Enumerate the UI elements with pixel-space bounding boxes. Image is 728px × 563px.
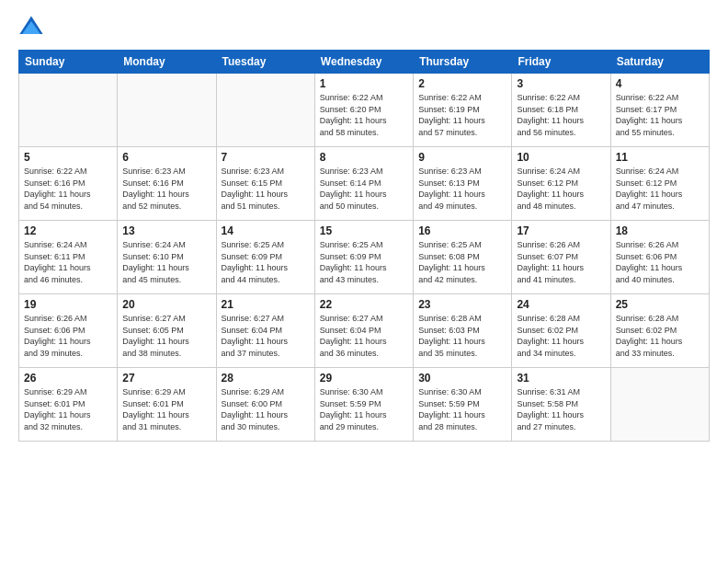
day-number: 5 bbox=[24, 151, 112, 164]
page: SundayMondayTuesdayWednesdayThursdayFrid… bbox=[0, 0, 728, 563]
calendar-header-sunday: Sunday bbox=[19, 51, 118, 74]
day-number: 27 bbox=[122, 372, 210, 385]
calendar-cell: 25Sunrise: 6:28 AMSunset: 6:02 PMDayligh… bbox=[610, 294, 709, 368]
calendar-week-0: 1Sunrise: 6:22 AMSunset: 6:20 PMDaylight… bbox=[19, 74, 710, 147]
calendar-cell: 8Sunrise: 6:23 AMSunset: 6:14 PMDaylight… bbox=[314, 147, 413, 221]
calendar-cell: 19Sunrise: 6:26 AMSunset: 6:06 PMDayligh… bbox=[19, 294, 118, 368]
calendar-week-1: 5Sunrise: 6:22 AMSunset: 6:16 PMDaylight… bbox=[19, 147, 710, 221]
calendar-cell: 5Sunrise: 6:22 AMSunset: 6:16 PMDaylight… bbox=[19, 147, 118, 221]
day-number: 20 bbox=[122, 298, 210, 311]
day-info: Sunrise: 6:30 AMSunset: 5:59 PMDaylight:… bbox=[320, 386, 408, 432]
calendar-cell: 18Sunrise: 6:26 AMSunset: 6:06 PMDayligh… bbox=[610, 221, 709, 294]
day-info: Sunrise: 6:24 AMSunset: 6:11 PMDaylight:… bbox=[24, 239, 112, 285]
day-number: 23 bbox=[418, 298, 506, 311]
calendar-cell: 31Sunrise: 6:31 AMSunset: 5:58 PMDayligh… bbox=[512, 368, 610, 442]
calendar-cell: 20Sunrise: 6:27 AMSunset: 6:05 PMDayligh… bbox=[118, 294, 216, 368]
calendar-cell: 9Sunrise: 6:23 AMSunset: 6:13 PMDaylight… bbox=[414, 147, 512, 221]
calendar-header-wednesday: Wednesday bbox=[314, 51, 413, 74]
calendar-header-row: SundayMondayTuesdayWednesdayThursdayFrid… bbox=[19, 51, 710, 74]
calendar-cell bbox=[216, 74, 314, 147]
calendar-cell: 28Sunrise: 6:29 AMSunset: 6:00 PMDayligh… bbox=[216, 368, 314, 442]
day-number: 12 bbox=[24, 224, 112, 237]
calendar-cell: 11Sunrise: 6:24 AMSunset: 6:12 PMDayligh… bbox=[610, 147, 709, 221]
day-info: Sunrise: 6:26 AMSunset: 6:06 PMDaylight:… bbox=[616, 239, 704, 285]
calendar-cell: 10Sunrise: 6:24 AMSunset: 6:12 PMDayligh… bbox=[512, 147, 610, 221]
day-info: Sunrise: 6:28 AMSunset: 6:03 PMDaylight:… bbox=[418, 313, 506, 359]
calendar-cell: 13Sunrise: 6:24 AMSunset: 6:10 PMDayligh… bbox=[118, 221, 216, 294]
day-number: 10 bbox=[517, 151, 605, 164]
day-number: 28 bbox=[222, 372, 310, 385]
day-info: Sunrise: 6:22 AMSunset: 6:19 PMDaylight:… bbox=[418, 92, 506, 138]
calendar-cell: 17Sunrise: 6:26 AMSunset: 6:07 PMDayligh… bbox=[512, 221, 610, 294]
calendar-cell bbox=[610, 368, 709, 442]
calendar-week-3: 19Sunrise: 6:26 AMSunset: 6:06 PMDayligh… bbox=[19, 294, 710, 368]
calendar-header-tuesday: Tuesday bbox=[216, 51, 314, 74]
day-number: 13 bbox=[122, 224, 210, 237]
calendar-header-friday: Friday bbox=[512, 51, 610, 74]
day-number: 17 bbox=[517, 224, 605, 237]
day-number: 9 bbox=[418, 151, 506, 164]
day-number: 7 bbox=[222, 151, 310, 164]
day-info: Sunrise: 6:27 AMSunset: 6:05 PMDaylight:… bbox=[122, 313, 210, 359]
day-number: 21 bbox=[222, 298, 310, 311]
day-number: 11 bbox=[616, 151, 704, 164]
day-info: Sunrise: 6:22 AMSunset: 6:20 PMDaylight:… bbox=[320, 92, 408, 138]
calendar-cell: 29Sunrise: 6:30 AMSunset: 5:59 PMDayligh… bbox=[314, 368, 413, 442]
calendar-cell: 22Sunrise: 6:27 AMSunset: 6:04 PMDayligh… bbox=[314, 294, 413, 368]
day-number: 22 bbox=[320, 298, 408, 311]
day-info: Sunrise: 6:24 AMSunset: 6:12 PMDaylight:… bbox=[616, 166, 704, 212]
day-info: Sunrise: 6:31 AMSunset: 5:58 PMDaylight:… bbox=[517, 386, 605, 432]
day-info: Sunrise: 6:28 AMSunset: 6:02 PMDaylight:… bbox=[616, 313, 704, 359]
day-info: Sunrise: 6:27 AMSunset: 6:04 PMDaylight:… bbox=[320, 313, 408, 359]
calendar-cell: 6Sunrise: 6:23 AMSunset: 6:16 PMDaylight… bbox=[118, 147, 216, 221]
day-info: Sunrise: 6:22 AMSunset: 6:16 PMDaylight:… bbox=[24, 166, 112, 212]
logo-icon bbox=[18, 15, 44, 40]
day-info: Sunrise: 6:22 AMSunset: 6:18 PMDaylight:… bbox=[517, 92, 605, 138]
day-number: 19 bbox=[24, 298, 112, 311]
day-info: Sunrise: 6:29 AMSunset: 6:00 PMDaylight:… bbox=[222, 386, 310, 432]
calendar-header-thursday: Thursday bbox=[414, 51, 512, 74]
day-info: Sunrise: 6:29 AMSunset: 6:01 PMDaylight:… bbox=[24, 386, 112, 432]
calendar-cell: 14Sunrise: 6:25 AMSunset: 6:09 PMDayligh… bbox=[216, 221, 314, 294]
day-number: 6 bbox=[122, 151, 210, 164]
calendar-cell: 16Sunrise: 6:25 AMSunset: 6:08 PMDayligh… bbox=[414, 221, 512, 294]
day-number: 25 bbox=[616, 298, 704, 311]
calendar-week-2: 12Sunrise: 6:24 AMSunset: 6:11 PMDayligh… bbox=[19, 221, 710, 294]
day-number: 2 bbox=[418, 77, 506, 90]
calendar-cell: 24Sunrise: 6:28 AMSunset: 6:02 PMDayligh… bbox=[512, 294, 610, 368]
day-info: Sunrise: 6:26 AMSunset: 6:06 PMDaylight:… bbox=[24, 313, 112, 359]
logo bbox=[18, 15, 48, 40]
day-info: Sunrise: 6:28 AMSunset: 6:02 PMDaylight:… bbox=[517, 313, 605, 359]
calendar-cell: 12Sunrise: 6:24 AMSunset: 6:11 PMDayligh… bbox=[19, 221, 118, 294]
calendar-week-4: 26Sunrise: 6:29 AMSunset: 6:01 PMDayligh… bbox=[19, 368, 710, 442]
day-number: 30 bbox=[418, 372, 506, 385]
calendar-cell: 23Sunrise: 6:28 AMSunset: 6:03 PMDayligh… bbox=[414, 294, 512, 368]
day-number: 24 bbox=[517, 298, 605, 311]
day-number: 26 bbox=[24, 372, 112, 385]
calendar-cell: 1Sunrise: 6:22 AMSunset: 6:20 PMDaylight… bbox=[314, 74, 413, 147]
day-info: Sunrise: 6:27 AMSunset: 6:04 PMDaylight:… bbox=[222, 313, 310, 359]
day-number: 18 bbox=[616, 224, 704, 237]
day-number: 3 bbox=[517, 77, 605, 90]
calendar-cell: 7Sunrise: 6:23 AMSunset: 6:15 PMDaylight… bbox=[216, 147, 314, 221]
calendar-cell bbox=[118, 74, 216, 147]
calendar-header-monday: Monday bbox=[118, 51, 216, 74]
day-info: Sunrise: 6:24 AMSunset: 6:10 PMDaylight:… bbox=[122, 239, 210, 285]
day-info: Sunrise: 6:25 AMSunset: 6:08 PMDaylight:… bbox=[418, 239, 506, 285]
day-info: Sunrise: 6:23 AMSunset: 6:13 PMDaylight:… bbox=[418, 166, 506, 212]
calendar: SundayMondayTuesdayWednesdayThursdayFrid… bbox=[18, 50, 710, 442]
day-number: 31 bbox=[517, 372, 605, 385]
day-info: Sunrise: 6:24 AMSunset: 6:12 PMDaylight:… bbox=[517, 166, 605, 212]
calendar-cell: 3Sunrise: 6:22 AMSunset: 6:18 PMDaylight… bbox=[512, 74, 610, 147]
calendar-header-saturday: Saturday bbox=[610, 51, 709, 74]
day-number: 4 bbox=[616, 77, 704, 90]
calendar-cell: 30Sunrise: 6:30 AMSunset: 5:59 PMDayligh… bbox=[414, 368, 512, 442]
day-info: Sunrise: 6:29 AMSunset: 6:01 PMDaylight:… bbox=[122, 386, 210, 432]
day-info: Sunrise: 6:25 AMSunset: 6:09 PMDaylight:… bbox=[222, 239, 310, 285]
day-info: Sunrise: 6:30 AMSunset: 5:59 PMDaylight:… bbox=[418, 386, 506, 432]
day-info: Sunrise: 6:23 AMSunset: 6:16 PMDaylight:… bbox=[122, 166, 210, 212]
day-number: 15 bbox=[320, 224, 408, 237]
calendar-cell: 27Sunrise: 6:29 AMSunset: 6:01 PMDayligh… bbox=[118, 368, 216, 442]
calendar-cell: 2Sunrise: 6:22 AMSunset: 6:19 PMDaylight… bbox=[414, 74, 512, 147]
day-number: 29 bbox=[320, 372, 408, 385]
